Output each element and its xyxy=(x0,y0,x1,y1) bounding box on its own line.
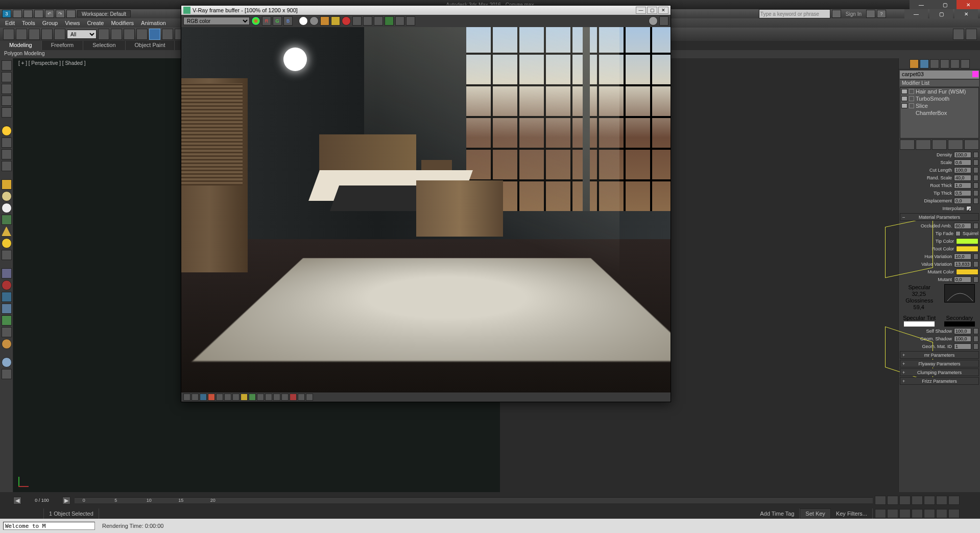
tool-3[interactable] xyxy=(2,84,12,94)
window-crossing-button[interactable] xyxy=(136,29,148,40)
vfb-settings-icon[interactable] xyxy=(649,16,658,26)
curve-icon[interactable] xyxy=(192,393,199,401)
container-icon[interactable] xyxy=(2,369,12,379)
secondary-swatch[interactable] xyxy=(944,321,975,327)
vfb-channel-select[interactable]: RGB color xyxy=(183,17,250,25)
param-field[interactable]: 100,0 xyxy=(954,336,971,342)
render-last-icon[interactable] xyxy=(395,16,404,26)
spinner[interactable] xyxy=(973,336,978,342)
start-ipr-icon[interactable] xyxy=(385,16,394,26)
redo-icon[interactable]: ↷ xyxy=(56,10,65,18)
sun-icon[interactable] xyxy=(2,238,12,248)
menu-modifiers[interactable]: Modifiers xyxy=(111,20,134,26)
menu-create[interactable]: Create xyxy=(87,20,104,26)
hf-icon[interactable] xyxy=(2,327,12,337)
clear-icon[interactable] xyxy=(342,16,351,26)
bind-button[interactable] xyxy=(54,29,65,40)
next-frame-button[interactable] xyxy=(912,496,923,505)
red-ball-icon[interactable] xyxy=(2,280,12,290)
minimize-button[interactable]: — xyxy=(910,0,933,9)
geosphere-icon[interactable] xyxy=(2,203,12,213)
spinner[interactable] xyxy=(973,261,978,267)
modifier-stack[interactable]: Hair and Fur (WSM) TurboSmooth Slice Cha… xyxy=(900,87,979,138)
material-params-header[interactable]: Material Parameters xyxy=(900,213,979,221)
menu-group[interactable]: Group xyxy=(42,20,58,26)
modifier-item[interactable]: TurboSmooth xyxy=(900,95,978,102)
spinner[interactable] xyxy=(973,343,978,350)
region-render-icon[interactable] xyxy=(374,16,383,26)
value-var-field[interactable]: 13,833 xyxy=(954,261,971,267)
sign-in-link[interactable]: Sign In xyxy=(843,11,865,17)
teapot-icon[interactable] xyxy=(2,215,12,225)
set-key-button[interactable]: Set Key xyxy=(800,508,831,519)
link-button[interactable] xyxy=(29,29,40,40)
particle-icon[interactable] xyxy=(2,268,12,279)
unlink-button[interactable] xyxy=(41,29,53,40)
light-icon[interactable] xyxy=(2,126,12,136)
configure-button[interactable] xyxy=(964,140,979,150)
tool-8[interactable] xyxy=(2,161,12,171)
switch-ab-icon[interactable] xyxy=(309,16,319,26)
param-field[interactable]: 100,0 xyxy=(954,328,971,334)
eye-icon[interactable] xyxy=(901,103,907,108)
doc-close-button[interactable]: ✕ xyxy=(954,9,978,18)
scroll-left-icon[interactable]: ◀ xyxy=(13,497,21,504)
root-color-swatch[interactable] xyxy=(956,246,978,252)
expand-icon[interactable] xyxy=(909,96,914,101)
exchange-icon[interactable] xyxy=(866,10,875,18)
green-channel-button[interactable]: G xyxy=(273,16,282,26)
play-button[interactable] xyxy=(899,496,911,505)
lut-icon[interactable] xyxy=(273,393,280,401)
key-mode-button[interactable] xyxy=(936,496,947,505)
specular-field[interactable]: 32,25 xyxy=(912,291,926,297)
history-icon[interactable] xyxy=(406,16,415,26)
utilities-tab-icon[interactable] xyxy=(961,59,970,68)
copy-icon[interactable] xyxy=(352,16,362,26)
mono-icon[interactable] xyxy=(299,16,308,26)
expand-icon[interactable] xyxy=(909,103,914,108)
spinner[interactable] xyxy=(973,328,978,334)
redo-button[interactable] xyxy=(16,29,27,40)
fov-button[interactable] xyxy=(912,509,923,518)
stamp-icon[interactable] xyxy=(241,393,248,401)
srgb-icon[interactable] xyxy=(257,393,264,401)
hsl-icon[interactable] xyxy=(216,393,223,401)
lens-fx-icon[interactable] xyxy=(249,393,256,401)
time-config-button[interactable] xyxy=(948,496,960,505)
wb-icon[interactable] xyxy=(208,393,215,401)
menu-views[interactable]: Views xyxy=(65,20,80,26)
scroll-right-icon[interactable]: ▶ xyxy=(62,497,70,504)
rollout-frizz[interactable]: Frizz Parameters xyxy=(900,377,979,385)
key-filters-button[interactable]: Key Filters... xyxy=(831,508,873,519)
modifier-item[interactable]: Hair and Fur (WSM) xyxy=(900,88,978,95)
spinner[interactable] xyxy=(973,223,978,229)
levels-icon[interactable] xyxy=(224,393,231,401)
orbit-button[interactable] xyxy=(936,509,947,518)
vfb-maximize-button[interactable]: ▢ xyxy=(647,7,657,14)
track-mouse-icon[interactable] xyxy=(363,16,372,26)
tip-fade-checkbox[interactable] xyxy=(955,231,961,236)
rollout-flyaway[interactable]: Flyaway Parameters xyxy=(900,360,979,367)
param-field[interactable]: 1,0 xyxy=(954,182,971,189)
glossiness-field[interactable]: 59,4 xyxy=(914,304,924,310)
stop-icon[interactable] xyxy=(290,393,297,401)
close-button[interactable]: ✕ xyxy=(957,0,980,9)
tool-1[interactable] xyxy=(2,60,12,71)
vfb-close-button[interactable]: ✕ xyxy=(658,7,668,14)
tab-modeling[interactable]: Modeling xyxy=(0,41,42,50)
rollout-mr[interactable]: mr Parameters xyxy=(900,351,979,359)
goto-end-button[interactable] xyxy=(924,496,935,505)
search-input[interactable] xyxy=(759,9,830,18)
select-name-button[interactable] xyxy=(111,29,122,40)
menu-edit[interactable]: Edit xyxy=(5,20,15,26)
save-icon[interactable] xyxy=(34,10,43,18)
spinner[interactable] xyxy=(973,276,978,283)
selection-filter[interactable]: All xyxy=(67,30,97,39)
open-icon[interactable] xyxy=(23,10,33,18)
tab-object-paint[interactable]: Object Paint xyxy=(126,41,175,50)
hierarchy-tab-icon[interactable] xyxy=(930,59,939,68)
pan-button[interactable] xyxy=(924,509,935,518)
tip-color-swatch[interactable] xyxy=(956,238,978,244)
select-region-button[interactable] xyxy=(124,29,135,40)
modifier-list-dropdown[interactable]: Modifier List xyxy=(900,80,979,86)
